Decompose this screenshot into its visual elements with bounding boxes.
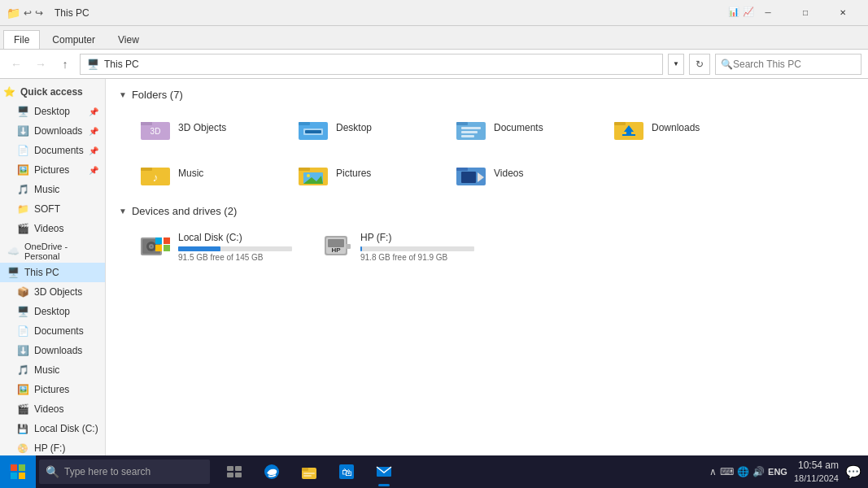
pin-icon-pics: 📌 (89, 166, 98, 175)
sidebar-pc-3d[interactable]: 📦 3D Objects (0, 282, 105, 302)
tab-view[interactable]: View (107, 30, 150, 49)
sidebar-pc-music-label: Music (34, 364, 59, 376)
folders-chevron[interactable]: ▼ (119, 90, 127, 99)
maximize-button[interactable]: □ (787, 0, 824, 26)
sidebar-pc-localc[interactable]: 💾 Local Disk (C:) (0, 419, 105, 438)
sidebar-item-soft[interactable]: 📁 SOFT (0, 199, 105, 219)
sidebar-item-videos[interactable]: 🎬 Videos (0, 219, 105, 238)
title-text: This PC (55, 7, 89, 19)
folder-videos[interactable]: Videos (447, 153, 602, 195)
sidebar-pc-documents[interactable]: 📄 Documents (0, 321, 105, 341)
svg-rect-36 (164, 237, 170, 244)
usb-icon: 📀 (16, 442, 29, 455)
taskbar-tray: ∧ ⌨ 🌐 🔊 ENG (709, 466, 787, 477)
this-pc-icon: 🖥️ (7, 266, 20, 279)
tab-file[interactable]: File (3, 30, 40, 49)
taskbar-edge[interactable] (254, 455, 290, 488)
sidebar-videos-label: Videos (34, 223, 63, 234)
svg-rect-7 (305, 130, 321, 133)
sidebar-onedrive[interactable]: ☁️ OneDrive - Personal (0, 242, 105, 261)
svg-rect-56 (303, 473, 315, 474)
start-button[interactable] (0, 455, 36, 488)
sidebar-quick-access[interactable]: ⭐ Quick access (0, 82, 105, 102)
drive-c-icon (139, 230, 172, 263)
qat-redo[interactable]: ↪ (35, 7, 43, 19)
star-icon: ⭐ (3, 86, 15, 98)
soft-icon: 📁 (16, 203, 29, 216)
forward-button[interactable]: → (31, 54, 50, 74)
sidebar-this-pc[interactable]: 🖥️ This PC (0, 263, 105, 282)
svg-rect-17 (622, 134, 635, 136)
folder-desktop-label: Desktop (336, 122, 372, 135)
drive-f-icon: HP (321, 230, 354, 263)
folder-pics-label: Pictures (336, 168, 371, 181)
pin-icon-dl: 📌 (89, 127, 98, 136)
back-button[interactable]: ← (7, 54, 26, 74)
notification-icon[interactable]: 💬 (845, 464, 861, 480)
search-box[interactable]: 🔍 (715, 54, 861, 75)
sidebar-item-downloads[interactable]: ⬇️ Downloads 📌 (0, 121, 105, 141)
sidebar-pc-localc-label: Local Disk (C:) (34, 423, 98, 434)
qat-undo[interactable]: ↩ (24, 7, 32, 19)
taskbar-taskview[interactable] (216, 455, 252, 488)
keyboard-icon[interactable]: ⌨ (720, 466, 734, 477)
svg-text:HP: HP (331, 246, 341, 254)
music2-icon: 🎵 (16, 364, 29, 377)
sidebar-pc-downloads[interactable]: ⬇️ Downloads (0, 341, 105, 360)
sidebar-item-music[interactable]: 🎵 Music (0, 180, 105, 199)
drive-f-bar-container (360, 246, 474, 251)
sidebar-pc-pictures[interactable]: 🖼️ Pictures (0, 380, 105, 399)
network-tray-icon[interactable]: 🌐 (737, 466, 749, 477)
svg-text:3D: 3D (150, 127, 161, 136)
sidebar-item-pictures[interactable]: 🖼️ Pictures 📌 (0, 160, 105, 180)
drive-f[interactable]: HP HP (F:) 91.8 GB free of 91.9 GB (314, 224, 493, 269)
taskbar-mail[interactable] (366, 455, 402, 488)
address-dropdown[interactable]: ▼ (668, 54, 684, 75)
folder-music[interactable]: ♪ ♪ Music (132, 153, 286, 195)
taskbar-explorer[interactable] (291, 455, 327, 488)
sidebar-pc-music[interactable]: 🎵 Music (0, 360, 105, 380)
downloads-icon: ⬇️ (16, 124, 29, 137)
drives-chevron[interactable]: ▼ (119, 207, 127, 216)
folder-3d-label: 3D Objects (178, 122, 226, 135)
taskbar-store[interactable]: 🛍 (329, 455, 364, 488)
onedrive-icon: ☁️ (7, 245, 20, 258)
folder-3d-objects[interactable]: 3D 3D Objects (132, 107, 286, 150)
folder-downloads[interactable]: Downloads (605, 107, 760, 150)
search-input[interactable] (733, 59, 856, 70)
window-controls: ─ □ ✕ (749, 0, 861, 26)
folder-3d-icon: 3D (139, 114, 172, 143)
minimize-button[interactable]: ─ (749, 0, 787, 26)
taskbar-search[interactable]: 🔍 Type here to search (39, 460, 210, 484)
speaker-icon[interactable]: 🔊 (752, 466, 765, 477)
folder-music-icon: ♪ ♪ (139, 159, 172, 189)
folder-documents[interactable]: Documents (447, 107, 602, 150)
lang-label[interactable]: ENG (768, 467, 787, 477)
sidebar-downloads-label: Downloads (34, 125, 82, 137)
main-layout: ⭐ Quick access 🖥️ Desktop 📌 ⬇️ Downloads… (0, 79, 868, 466)
tray-chevron[interactable]: ∧ (709, 466, 717, 477)
path-this-pc: This PC (104, 59, 139, 70)
sidebar-pc-desktop[interactable]: 🖥️ Desktop (0, 302, 105, 321)
taskbar-clock[interactable]: 10:54 am 18/11/2024 (794, 459, 839, 485)
taskbar-search-icon: 🔍 (46, 465, 59, 478)
folders-title: Folders (7) (132, 89, 183, 101)
svg-text:♪: ♪ (153, 171, 159, 184)
up-button[interactable]: ↑ (55, 54, 75, 74)
close-button[interactable]: ✕ (824, 0, 861, 26)
sidebar-pc-videos[interactable]: 🎬 Videos (0, 399, 105, 419)
onedrive-label: OneDrive - Personal (24, 242, 98, 261)
taskbar-time: 10:54 am (794, 459, 839, 473)
tab-computer[interactable]: Computer (41, 30, 106, 49)
drive-c[interactable]: Local Disk (C:) 91.5 GB free of 145 GB (132, 224, 311, 269)
sidebar-item-documents[interactable]: 📄 Documents 📌 (0, 141, 105, 160)
address-path[interactable]: 🖥️ This PC (80, 54, 663, 75)
folder-desktop[interactable]: Desktop (290, 107, 444, 150)
drive-c-bar (178, 246, 220, 251)
sidebar-item-desktop[interactable]: 🖥️ Desktop 📌 (0, 102, 105, 121)
folder-docs-label: Documents (494, 122, 543, 135)
refresh-button[interactable]: ↻ (689, 54, 710, 75)
folder-pictures[interactable]: Pictures (290, 153, 444, 195)
videos-sidebar-icon: 🎬 (16, 222, 29, 235)
sidebar-music-label: Music (34, 184, 59, 195)
